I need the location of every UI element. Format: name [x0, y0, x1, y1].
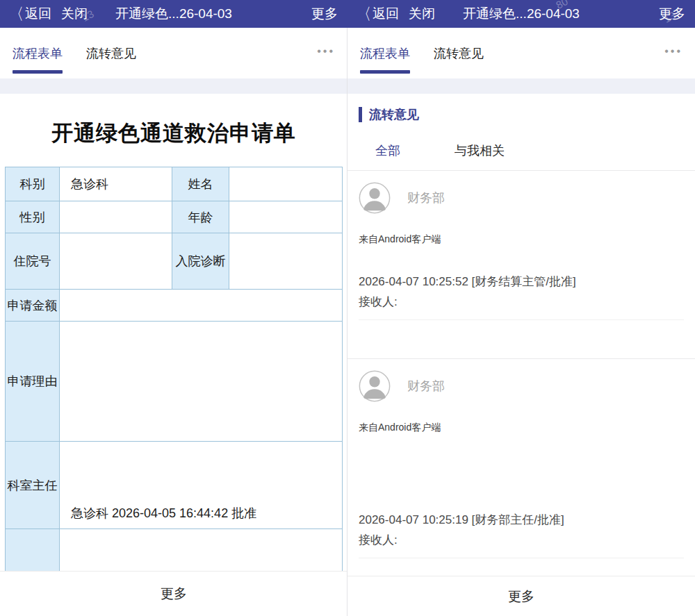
form-title: 开通绿色通道救治申请单 — [0, 119, 348, 148]
table-row: 科别 急诊科 姓名 — [6, 167, 342, 201]
opinion-timestamp-role: 2026-04-07 10:25:19 [财务部主任/批准] — [359, 512, 684, 528]
opinion-receiver-label: 接收人: — [359, 532, 684, 548]
opinion-author: 财务部 — [407, 190, 445, 206]
opinion-source: 来自Android客户端 — [359, 422, 684, 434]
window-title: 开通绿色...26-04-03 — [115, 5, 232, 23]
section-accent-bar — [359, 107, 362, 122]
opinion-source: 来自Android客户端 — [359, 233, 684, 246]
table-row: 住院号 入院诊断 — [6, 233, 342, 290]
field-label-amount: 申请金额 — [6, 290, 60, 321]
field-value-department-director-approval: 急诊科 2026-04-05 16:44:42 批准 — [60, 442, 342, 528]
ellipsis-icon[interactable]: ••• — [317, 45, 335, 62]
avatar-person-icon — [359, 182, 391, 214]
field-label-name: 姓名 — [172, 167, 229, 201]
opinion-item: 财务部 来自Android客户端 2026-04-07 10:25:52 [财务… — [348, 171, 695, 358]
panel-form-view: 〈返回 关闭 开通绿色...26-04-03 更多 13 流程表单 流转意见 •… — [0, 0, 348, 616]
tab-process-form[interactable]: 流程表单 — [13, 28, 63, 78]
tab-process-form[interactable]: 流程表单 — [360, 28, 410, 78]
panel-divider — [347, 28, 348, 616]
application-form-table: 科别 急诊科 姓名 性别 年龄 住院号 入院诊断 申请金额 — [5, 167, 343, 572]
field-value-name — [229, 167, 342, 201]
field-label-department-director: 科室主任 — [6, 442, 60, 528]
navbar: 〈返回 关闭 开通绿色...26-04-03 更多 13 — [0, 0, 348, 28]
field-value-age — [229, 201, 342, 233]
chevron-left-icon: 〈 — [10, 6, 24, 22]
ellipsis-icon[interactable]: ••• — [664, 45, 682, 62]
opinion-item: 财务部 来自Android客户端 2026-04-07 10:25:19 [财务… — [348, 359, 695, 558]
field-value-gender — [60, 201, 172, 233]
field-value-department: 急诊科 — [60, 167, 172, 201]
filter-related-to-me[interactable]: 与我相关 — [455, 142, 505, 159]
field-value-admission-diagnosis — [229, 233, 342, 289]
field-label-empty — [6, 529, 60, 572]
opinions-section-title: 流转意见 — [369, 106, 419, 123]
navbar: 〈返回 关闭 开通绿色...26-04-03 更多 80 13 — [348, 0, 695, 28]
back-label: 返回 — [25, 5, 51, 23]
tab-circulation-opinions[interactable]: 流转意见 — [86, 28, 136, 78]
tab-bar: 流程表单 流转意见 ••• — [0, 28, 348, 78]
filter-all[interactable]: 全部 — [375, 142, 400, 159]
divider-band — [0, 78, 348, 94]
opinion-filters: 全部 与我相关 — [375, 142, 695, 170]
tab-bar: 流程表单 流转意见 ••• — [348, 28, 695, 78]
field-value-hospital-number — [60, 233, 172, 289]
table-row: 申请理由 — [6, 322, 342, 442]
opinion-timestamp-role: 2026-04-07 10:25:52 [财务结算主管/批准] — [359, 274, 684, 290]
table-row: 性别 年龄 — [6, 201, 342, 233]
field-value-amount — [60, 290, 342, 321]
field-label-reason: 申请理由 — [6, 322, 60, 441]
opinion-receiver-label: 接收人: — [359, 294, 684, 310]
load-more-button[interactable]: 更多 — [348, 576, 695, 616]
field-value-reason — [60, 322, 342, 441]
panel-opinions-view: 〈返回 关闭 开通绿色...26-04-03 更多 80 13 流程表单 流转意… — [348, 0, 695, 616]
table-row — [6, 529, 342, 572]
divider-band — [348, 78, 695, 94]
close-button[interactable]: 关闭 — [409, 5, 435, 23]
more-menu-button[interactable]: 更多 — [659, 5, 685, 23]
divider — [359, 558, 684, 558]
field-label-hospital-number: 住院号 — [6, 233, 60, 289]
back-button[interactable]: 〈返回 — [10, 5, 51, 23]
field-label-gender: 性别 — [6, 201, 60, 233]
more-menu-button[interactable]: 更多 — [311, 5, 338, 23]
close-button[interactable]: 关闭 — [61, 5, 88, 23]
back-button[interactable]: 〈返回 — [357, 5, 399, 23]
opinions-section-header: 流转意见 — [359, 106, 695, 123]
tab-circulation-opinions[interactable]: 流转意见 — [434, 28, 484, 78]
back-label: 返回 — [373, 5, 399, 23]
app-window: 〈返回 关闭 开通绿色...26-04-03 更多 13 流程表单 流转意见 •… — [0, 0, 695, 616]
load-more-button[interactable]: 更多 — [0, 571, 348, 616]
opinion-author: 财务部 — [407, 378, 445, 394]
chevron-left-icon: 〈 — [357, 6, 371, 22]
table-row: 申请金额 — [6, 290, 342, 322]
avatar-person-icon — [359, 370, 391, 402]
field-label-age: 年龄 — [172, 201, 229, 233]
field-label-department: 科别 — [6, 167, 60, 201]
field-value-empty — [60, 529, 342, 572]
window-title: 开通绿色...26-04-03 — [463, 5, 580, 23]
divider — [359, 319, 684, 320]
field-label-admission-diagnosis: 入院诊断 — [172, 233, 229, 289]
table-row: 科室主任 急诊科 2026-04-05 16:44:42 批准 — [6, 442, 342, 529]
